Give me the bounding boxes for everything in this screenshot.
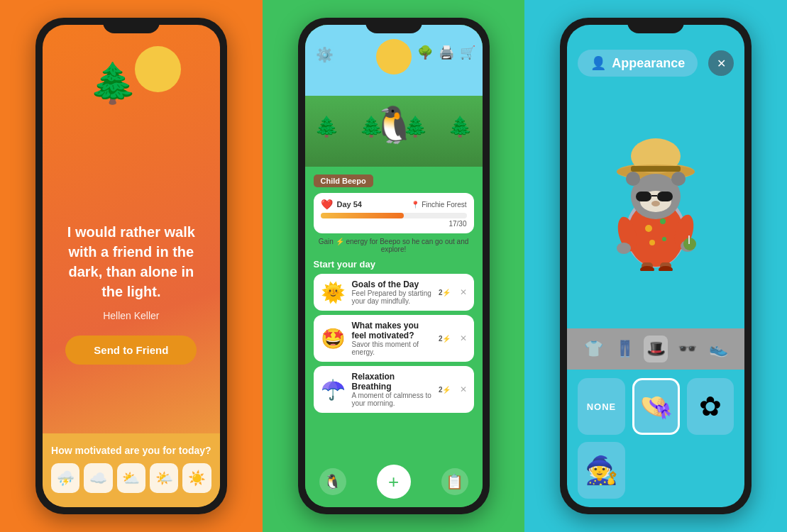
task-icon-3: ☂️ <box>321 378 346 401</box>
cart-icon[interactable]: 🛒 <box>460 45 475 60</box>
item-flower[interactable]: ✿ <box>687 378 734 435</box>
weather-icon-2[interactable]: ☁️ <box>84 463 112 493</box>
slot-glasses[interactable]: 🕶️ <box>675 336 699 362</box>
none-label: NONE <box>587 401 617 412</box>
motivation-question: How motivated are you for today? <box>51 445 211 456</box>
svg-rect-13 <box>657 192 673 201</box>
phone-left: 🌲 I would rather walk with a friend in t… <box>35 18 227 514</box>
screen-right: 👤 Appearance ✕ <box>567 25 744 507</box>
progress-label: 17/30 <box>321 220 467 228</box>
phone-right: 👤 Appearance ✕ <box>560 18 752 514</box>
notch-left <box>103 18 160 33</box>
task-text-3: Relaxation Breathing A moment of calmnes… <box>352 372 433 407</box>
slot-hat[interactable]: 🎩 <box>644 336 668 362</box>
printer-icon[interactable]: 🖨️ <box>439 45 454 60</box>
screen-middle: 🌲 🌲 🌲 🌲 🐧 ⚙️ 🌳 🖨️ 🛒 Child Beepo <box>305 25 483 507</box>
slot-shirt[interactable]: 👕 <box>581 336 605 362</box>
panel-middle: 🌲 🌲 🌲 🌲 🐧 ⚙️ 🌳 🖨️ 🛒 Child Beepo <box>263 0 525 532</box>
send-to-friend-button[interactable]: Send to Friend <box>65 336 197 365</box>
quote-area: I would rather walk with a friend in the… <box>43 153 220 433</box>
weather-icon-3[interactable]: ⛅ <box>117 463 145 493</box>
item-wizard-hat[interactable]: 🧙 <box>578 442 625 499</box>
svg-point-18 <box>617 243 631 254</box>
add-button[interactable]: + <box>377 465 411 499</box>
task-title-1: Goals of the Day <box>352 279 433 289</box>
svg-rect-21 <box>688 235 690 244</box>
task-card-3[interactable]: ☂️ Relaxation Breathing A moment of calm… <box>314 366 474 413</box>
task-sub-3: A moment of calmness to your morning. <box>352 392 433 407</box>
slot-shoes[interactable]: 👟 <box>706 336 730 362</box>
task-card-2[interactable]: 🤩 What makes you feel motivated? Savor t… <box>314 315 474 362</box>
item-none[interactable]: NONE <box>578 378 625 435</box>
top-icons: 🌳 🖨️ 🛒 <box>417 45 475 60</box>
task-title-3: Relaxation Breathing <box>352 372 433 392</box>
location-label: 📍 Finchie Forest <box>411 201 466 209</box>
svg-point-7 <box>660 218 666 224</box>
close-button[interactable]: ✕ <box>708 50 734 76</box>
wizard-hat-icon: 🧙 <box>585 455 618 486</box>
task-text-1: Goals of the Day Feel Prepared by starti… <box>352 279 433 305</box>
beepo-badge: Child Beepo <box>314 174 373 187</box>
task-sub-1: Feel Prepared by starting your day mindf… <box>352 289 433 305</box>
tree-1: 🌲 <box>314 115 339 138</box>
character-avatar <box>599 129 712 283</box>
scene-sun <box>376 39 412 74</box>
task-points-1: 2⚡ <box>439 289 451 297</box>
panel-left: 🌲 I would rather walk with a friend in t… <box>0 0 263 532</box>
motivation-section: How motivated are you for today? ⛈️ ☁️ ⛅… <box>43 433 220 507</box>
task-card-1[interactable]: 🌞 Goals of the Day Feel Prepared by star… <box>314 274 474 311</box>
screen-left: 🌲 I would rather walk with a friend in t… <box>43 25 220 507</box>
left-scene: 🌲 <box>43 25 220 153</box>
phone-middle: 🌲 🌲 🌲 🌲 🐧 ⚙️ 🌳 🖨️ 🛒 Child Beepo <box>298 18 490 514</box>
straw-hat-icon: 👒 <box>639 391 673 422</box>
progress-bar <box>321 213 467 218</box>
task-close-2[interactable]: ✕ <box>460 333 467 343</box>
panel-right: 👤 Appearance ✕ <box>524 0 787 532</box>
svg-point-15 <box>651 201 660 206</box>
svg-point-27 <box>671 172 686 186</box>
section-title: Start your day <box>314 259 474 270</box>
appearance-header: 👤 Appearance ✕ <box>567 25 744 84</box>
task-icon-1: 🌞 <box>321 281 346 304</box>
appearance-title-pill: 👤 Appearance <box>578 50 698 77</box>
svg-point-8 <box>649 240 655 245</box>
weather-icon-row: ⛈️ ☁️ ⛅ 🌤️ ☀️ <box>51 463 211 493</box>
svg-point-26 <box>626 172 640 186</box>
stats-row: ❤️ Day 54 📍 Finchie Forest 17/30 <box>314 193 474 233</box>
notch-right <box>627 18 684 33</box>
slot-pants[interactable]: 👖 <box>612 336 637 362</box>
item-straw-hat[interactable]: 👒 <box>632 378 680 435</box>
tree-icon[interactable]: 🌳 <box>417 45 433 60</box>
middle-content: Child Beepo ❤️ Day 54 📍 Finchie Forest <box>305 167 483 459</box>
day-label: Day 54 <box>337 200 362 209</box>
notch-middle <box>365 18 422 33</box>
task-close-3[interactable]: ✕ <box>460 384 467 394</box>
progress-bar-fill <box>321 213 404 218</box>
task-close-1[interactable]: ✕ <box>460 287 467 297</box>
character-svg <box>599 129 712 271</box>
task-points-2: 2⚡ <box>439 335 451 343</box>
bottom-icon-left[interactable]: 🐧 <box>319 468 346 495</box>
appearance-slots-bar: 👕 👖 🎩 🕶️ 👟 <box>567 328 744 370</box>
bottom-icon-right[interactable]: 📋 <box>441 468 468 495</box>
svg-point-6 <box>645 225 652 232</box>
character-display <box>567 84 744 328</box>
weather-icon-5[interactable]: ☀️ <box>182 463 211 493</box>
scene-character: 🐧 <box>372 104 416 145</box>
flower-icon: ✿ <box>699 391 722 422</box>
weather-icon-1[interactable]: ⛈️ <box>51 463 79 493</box>
settings-icon[interactable]: ⚙️ <box>316 46 334 63</box>
tree-4: 🌲 <box>448 115 473 138</box>
svg-point-9 <box>662 237 666 241</box>
quote-text: I would rather walk with a friend in the… <box>60 222 202 301</box>
task-sub-2: Savor this moment of energy. <box>352 340 433 356</box>
svg-rect-12 <box>636 192 651 201</box>
appearance-title: Appearance <box>612 56 685 71</box>
tree-decoration: 🌲 <box>89 60 138 106</box>
game-scene: 🌲 🌲 🌲 🌲 🐧 ⚙️ 🌳 🖨️ 🛒 <box>305 25 483 167</box>
gain-text: Gain ⚡ energy for Beepo so he can go out… <box>314 238 474 253</box>
task-text-2: What makes you feel motivated? Savor thi… <box>352 321 433 356</box>
weather-icon-4[interactable]: 🌤️ <box>150 463 178 493</box>
svg-rect-3 <box>631 166 681 172</box>
quote-author: Hellen Keller <box>103 310 159 321</box>
